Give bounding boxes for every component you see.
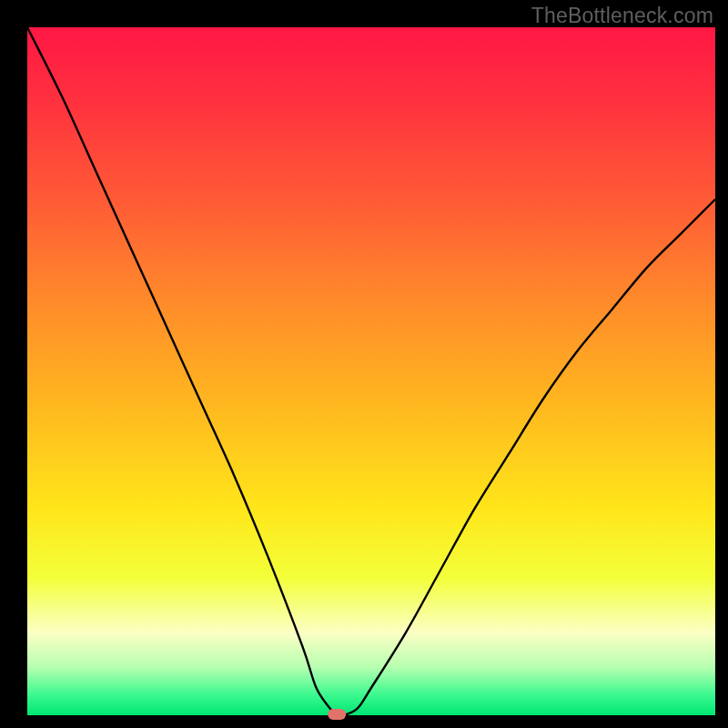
watermark-text: TheBottleneck.com (531, 4, 713, 28)
plot-background (27, 27, 715, 715)
bottleneck-chart (0, 0, 728, 728)
chart-frame: TheBottleneck.com (0, 0, 728, 728)
optimal-point-marker (328, 709, 346, 720)
